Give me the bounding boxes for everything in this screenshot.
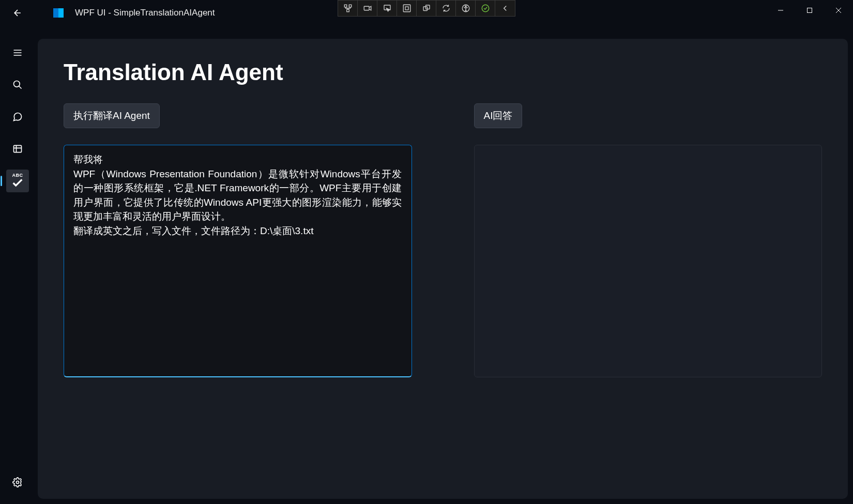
window-title: WPF UI - SimpleTranslationAIAgent bbox=[75, 8, 215, 18]
back-button[interactable] bbox=[10, 6, 25, 20]
minimize-button[interactable] bbox=[766, 0, 795, 21]
svg-rect-1 bbox=[349, 5, 352, 7]
svg-rect-14 bbox=[14, 145, 22, 152]
output-column: AI回答 bbox=[474, 103, 822, 377]
debug-live-visual-tree-icon[interactable] bbox=[338, 1, 358, 16]
svg-rect-8 bbox=[425, 5, 430, 9]
debug-accessibility-icon[interactable] bbox=[456, 1, 476, 16]
window-controls bbox=[766, 0, 853, 21]
content-columns: 执行翻译AI Agent AI回答 bbox=[64, 103, 822, 377]
hamburger-menu-button[interactable] bbox=[6, 41, 29, 64]
settings-button[interactable] bbox=[6, 471, 29, 494]
app-icon bbox=[53, 8, 64, 18]
debug-toolbar bbox=[338, 0, 515, 17]
spellcheck-button[interactable]: ABC bbox=[6, 170, 29, 192]
svg-point-11 bbox=[482, 5, 489, 12]
svg-rect-6 bbox=[405, 7, 408, 10]
database-button[interactable] bbox=[6, 138, 29, 160]
svg-rect-12 bbox=[808, 8, 812, 13]
svg-rect-7 bbox=[423, 7, 428, 11]
debug-checkmark-icon[interactable] bbox=[476, 1, 495, 16]
svg-rect-3 bbox=[364, 6, 369, 10]
svg-rect-2 bbox=[346, 9, 349, 12]
svg-rect-5 bbox=[403, 5, 410, 12]
abc-check-icon: ABC bbox=[12, 173, 23, 189]
chat-button[interactable] bbox=[6, 105, 29, 128]
search-button[interactable] bbox=[6, 73, 29, 96]
debug-display-layout-icon[interactable] bbox=[397, 1, 417, 16]
debug-recording-icon[interactable] bbox=[358, 1, 377, 16]
svg-point-13 bbox=[14, 81, 20, 87]
sidebar: ABC bbox=[0, 31, 35, 504]
main-panel: Translation AI Agent 执行翻译AI Agent AI回答 bbox=[38, 39, 848, 499]
svg-point-15 bbox=[17, 481, 19, 484]
input-column: 执行翻译AI Agent bbox=[64, 103, 412, 377]
output-textarea[interactable] bbox=[474, 145, 822, 377]
maximize-button[interactable] bbox=[795, 0, 824, 21]
debug-collapse-icon[interactable] bbox=[495, 1, 515, 16]
svg-rect-0 bbox=[344, 5, 347, 7]
debug-hot-reload-icon[interactable] bbox=[436, 1, 456, 16]
debug-select-element-icon[interactable] bbox=[377, 1, 397, 16]
ai-response-button[interactable]: AI回答 bbox=[474, 103, 523, 128]
close-button[interactable] bbox=[824, 0, 853, 21]
execute-translate-button[interactable]: 执行翻译AI Agent bbox=[64, 103, 160, 128]
input-textarea[interactable] bbox=[64, 145, 412, 377]
debug-track-focus-icon[interactable] bbox=[417, 1, 436, 16]
svg-point-10 bbox=[465, 6, 466, 7]
page-title: Translation AI Agent bbox=[64, 59, 822, 85]
